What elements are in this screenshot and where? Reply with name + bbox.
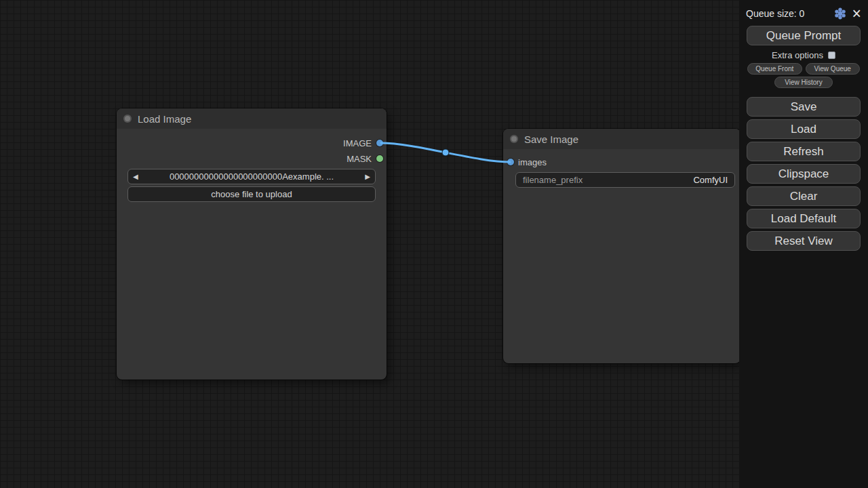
combo-left-arrow-icon[interactable]: ◀	[133, 174, 138, 180]
combo-selected-value[interactable]: 00000000000000000000000Aexample. ...	[138, 171, 366, 182]
node-load-image-header[interactable]: Load Image	[117, 108, 387, 129]
clipspace-button[interactable]: Clipspace	[747, 164, 861, 184]
input-slot-images: images	[503, 155, 741, 170]
image-output-dot[interactable]	[376, 140, 383, 146]
reset-view-button[interactable]: Reset View	[747, 231, 861, 251]
view-history-button[interactable]: View History	[774, 77, 833, 88]
images-input-dot[interactable]	[507, 159, 514, 165]
combo-right-arrow-icon[interactable]: ▶	[365, 174, 370, 180]
extra-options-checkbox[interactable]	[828, 52, 835, 59]
queue-prompt-button[interactable]: Queue Prompt	[747, 26, 861, 45]
extra-options-label: Extra options	[772, 50, 823, 60]
close-menu-icon[interactable]: ×	[852, 7, 861, 20]
node-save-image[interactable]: Save Image images filename_prefix ComfyU…	[503, 129, 741, 363]
collapse-dot[interactable]	[123, 115, 132, 123]
output-slot-label: IMAGE	[343, 138, 372, 148]
clear-button[interactable]: Clear	[747, 186, 861, 206]
comfy-menu-sidebar: Queue size: 0 × Queue Prompt Extra optio…	[739, 0, 868, 488]
refresh-button[interactable]: Refresh	[747, 142, 861, 161]
load-button[interactable]: Load	[747, 119, 861, 139]
collapse-dot[interactable]	[510, 135, 518, 143]
node-graph-canvas[interactable]: Load Image IMAGE MASK ◀ 0000000000000000…	[0, 0, 868, 488]
settings-gear-icon[interactable]	[834, 7, 846, 20]
output-slot-image: IMAGE	[117, 136, 387, 151]
mask-output-dot[interactable]	[376, 155, 383, 162]
queue-front-button[interactable]: Queue Front	[747, 63, 802, 75]
view-queue-button[interactable]: View Queue	[806, 63, 861, 75]
node-save-image-header[interactable]: Save Image	[503, 129, 741, 149]
queue-size-label: Queue size: 0	[746, 8, 834, 19]
widget-label: filename_prefix	[523, 175, 583, 185]
load-default-button[interactable]: Load Default	[747, 209, 861, 228]
image-file-combo-widget[interactable]: ◀ 00000000000000000000000Aexample. ... ▶	[127, 169, 376, 184]
node-load-image[interactable]: Load Image IMAGE MASK ◀ 0000000000000000…	[117, 108, 387, 380]
save-button[interactable]: Save	[747, 97, 861, 117]
output-slot-label: MASK	[347, 154, 372, 164]
node-title: Save Image	[524, 134, 578, 145]
choose-file-button[interactable]: choose file to upload	[127, 186, 376, 202]
widget-value: ComfyUI	[693, 175, 728, 185]
filename-prefix-widget[interactable]: filename_prefix ComfyUI	[515, 172, 735, 188]
link-midpoint-dot[interactable]	[442, 149, 449, 156]
output-slot-mask: MASK	[117, 151, 387, 167]
input-slot-label: images	[518, 157, 547, 167]
node-title: Load Image	[138, 113, 191, 125]
